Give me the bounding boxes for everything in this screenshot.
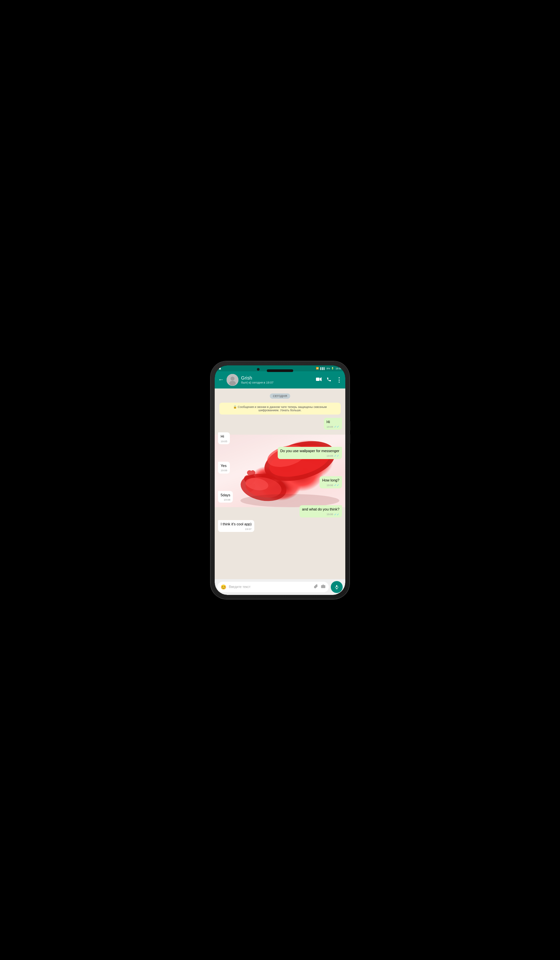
message-bubble-3: Do you use wallpaper for messenger 19:05… [278,447,342,459]
message-text-2: Hi [221,434,224,438]
bubble-meta-3: 19:05 ✓✓ [280,454,339,458]
status-bar-left: ▣ [219,367,221,370]
system-message-text: 🔒 Сообщения и звонки в данном чате тепер… [233,405,327,412]
message-row-7: and what do you think? 19:06 ✓✓ [218,505,342,517]
message-row-5: How long? 19:06 ✓✓ [218,476,342,488]
message-bubble-6: 5days 19:06 [218,491,233,503]
message-row-6: 5days 19:06 [218,491,342,503]
message-text-3: Do you use wallpaper for messenger [280,449,339,453]
message-row-2: Hi 19:05 [218,432,342,444]
time-display: 19:09 [335,367,341,370]
message-bubble-7: and what do you think? 19:06 ✓✓ [299,505,342,517]
date-badge: СЕГОДНЯ [270,394,291,399]
message-text-1: Hi [326,420,330,424]
message-time-1: 19:05 [326,425,333,429]
check-marks-3: ✓✓ [334,454,339,458]
contact-name: Grish [241,375,313,381]
message-text-6: 5days [221,493,230,497]
battery-icon: 🔋 [331,367,334,370]
svg-point-2 [229,381,236,386]
message-bubble-2: Hi 19:05 [218,432,230,444]
message-row-8: I think it's cool app) 19:07 [218,520,342,532]
bubble-meta-6: 19:06 [221,498,230,502]
check-marks-7: ✓✓ [334,512,339,517]
message-bubble-1: Hi 19:05 ✓✓ [324,418,342,430]
message-text-7: and what do you think? [302,507,339,511]
message-time-3: 19:05 [326,454,333,458]
status-bar: ▣ 📶 ▌▌▌ 8% 🔋 19:09 [215,365,345,371]
contact-info[interactable]: Grish был(-а) сегодня в 19:07 [241,375,313,384]
contact-status: был(-а) сегодня в 19:07 [241,381,313,384]
svg-rect-3 [316,378,320,381]
message-time-6: 19:06 [224,498,230,502]
message-row-4: Yes 19:06 [218,462,342,474]
message-time-7: 19:06 [326,512,333,516]
status-bar-right: 📶 ▌▌▌ 8% 🔋 19:09 [316,367,341,370]
check-marks-5: ✓✓ [334,483,339,487]
phone-device: ▣ 📶 ▌▌▌ 8% 🔋 19:09 ← [211,362,349,599]
contact-avatar[interactable] [227,374,238,386]
bubble-meta-7: 19:06 ✓✓ [302,512,339,517]
screen: ▣ 📶 ▌▌▌ 8% 🔋 19:09 ← [215,365,345,595]
mic-button[interactable] [331,581,342,593]
attachment-button[interactable] [314,584,318,590]
battery-percentage: 8% [326,367,330,370]
bubble-meta-5: 19:06 ✓✓ [322,483,339,487]
input-icons [314,584,325,590]
signal-icon: ▌▌▌ [320,367,325,370]
chat-toolbar: ← Grish был(-а) сегодня в 19:07 [215,371,345,389]
check-marks-1: ✓✓ [334,425,339,429]
text-input-container[interactable]: 😊 Введите текст [218,582,329,592]
message-text-5: How long? [322,478,339,482]
message-time-5: 19:06 [326,483,333,487]
message-text-8: I think it's cool app) [221,522,252,526]
svg-point-1 [230,377,235,381]
chat-area: СЕГОДНЯ 🔒 Сообщения и звонки в данном ча… [215,389,345,579]
message-text-4: Yes [221,464,227,468]
bubble-meta-8: 19:07 [221,527,252,531]
emoji-button[interactable]: 😊 [221,584,226,590]
back-button[interactable]: ← [218,376,224,383]
svg-rect-14 [336,585,338,587]
bubble-meta-4: 19:06 [221,469,227,472]
message-time-8: 19:07 [245,527,252,531]
message-time-4: 19:06 [221,469,227,472]
video-call-button[interactable] [316,377,322,382]
text-input-placeholder[interactable]: Введите текст [229,585,311,589]
message-row-1: Hi 19:05 ✓✓ [218,418,342,430]
date-separator: СЕГОДНЯ [270,392,291,399]
message-time-2: 19:05 [221,440,227,443]
voice-call-button[interactable] [326,377,331,383]
message-bubble-4: Yes 19:06 [218,462,230,474]
bubble-meta-2: 19:05 [221,440,227,443]
toolbar-actions: ⋮ [316,376,342,384]
message-row-3: Do you use wallpaper for messenger 19:05… [218,447,342,459]
wifi-icon: 📶 [316,367,319,370]
notification-icon: ▣ [219,367,221,370]
input-bar: 😊 Введите текст [215,579,345,595]
camera-button[interactable] [321,584,325,590]
message-bubble-8: I think it's cool app) 19:07 [218,520,254,532]
bubble-meta-1: 19:05 ✓✓ [326,425,339,429]
more-options-button[interactable]: ⋮ [336,376,342,384]
message-bubble-5: How long? 19:06 ✓✓ [320,476,342,488]
system-message: 🔒 Сообщения и звонки в данном чате тепер… [219,403,341,414]
svg-marker-4 [320,377,322,381]
